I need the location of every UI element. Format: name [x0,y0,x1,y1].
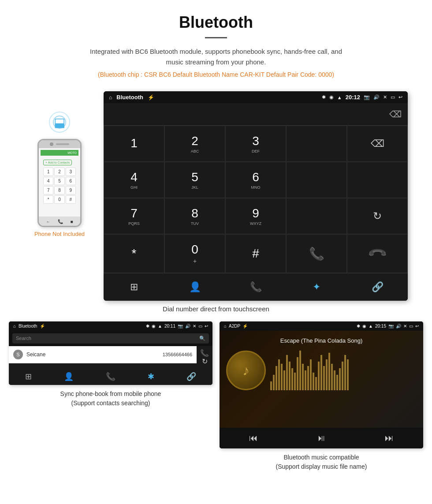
dial-reload[interactable]: ↻ [347,198,408,234]
key-4: 4 [43,177,53,185]
phonebook-caption: Sync phone-book from mobile phone (Suppo… [60,389,161,408]
pb-usb-icon: ⚡ [40,324,45,329]
layout-icon: ▭ [391,94,395,100]
pb-nav-user[interactable]: 👤 [64,372,74,381]
android-dial-screen: ⌂ Bluetooth ⚡ ✱ ◉ ▲ 20:12 📷 🔊 ✕ ▭ ↩ ⌫ [104,91,408,301]
ms-wifi-icon: ▲ [369,324,373,329]
pb-search-placeholder: Search [16,336,31,341]
pb-nav-grid[interactable]: ⊞ [25,372,32,381]
phone-not-included-label: Phone Not Included [34,231,85,237]
phone-top-bar [39,140,80,148]
pb-nav-phone[interactable]: 📞 [106,372,115,381]
ms-prev-icon[interactable]: ⏮ [249,433,258,443]
nav-link-icon[interactable]: 🔗 [347,278,408,296]
ms-vol-icon: 🔊 [396,324,401,329]
usb-icon: ⚡ [148,94,154,101]
nav-grid-icon[interactable]: ⊞ [104,278,164,296]
page-header: Bluetooth Integrated with BC6 Bluetooth … [0,0,432,91]
nav-bluetooth-icon[interactable]: ✦ [286,278,347,296]
pb-back-icon: ↩ [205,324,208,329]
dial-empty-3a [286,198,347,234]
title-divider [205,37,227,38]
bt-symbol-icon: ⬓ [54,115,65,130]
android-statusbar: ⌂ Bluetooth ⚡ ✱ ◉ ▲ 20:12 📷 🔊 ✕ ▭ ↩ [104,91,408,103]
dial-key-3[interactable]: 3DEF [225,126,286,162]
pb-caption-line2: (Support contacts searching) [71,399,150,407]
pb-statusbar-left: ⌂ Bluetooth ⚡ [13,324,45,329]
pb-bottom-nav: ⊞ 👤 📞 ✱ 🔗 [9,368,212,385]
ms-play-pause-icon[interactable]: ⏯ [317,433,326,443]
ms-statusbar: ⌂ A2DP ⚡ ✱ ◉ ▲ 20:15 📷 🔊 ✕ ▭ ↩ [220,321,423,331]
phonebook-screen: ⌂ Bluetooth ⚡ ✱ ◉ ▲ 20:11 📷 🔊 ✕ ▭ ↩ [9,321,212,385]
nav-contacts-icon[interactable]: 👤 [164,278,225,296]
backspace-btn[interactable]: ⌫ [389,109,402,119]
pb-x-icon: ✕ [193,324,196,329]
key-7: 7 [43,186,53,194]
pb-layout-icon: ▭ [198,324,202,329]
dial-key-star[interactable]: * [104,234,164,273]
pb-home-icon: ⌂ [13,324,16,329]
dial-call-red[interactable]: 📞 [347,234,408,273]
screen-title: Bluetooth [116,94,143,101]
dial-key-2[interactable]: 2ABC [164,126,225,162]
pb-title: Bluetooth [19,324,37,329]
close-icon: ✕ [383,94,387,100]
pb-contact-avatar: S [13,350,23,359]
key-8: 8 [54,186,64,194]
ms-bt-icon: ✱ [357,324,360,329]
phonebook-main: S Seicane 13566664466 📞 ↻ [9,346,212,368]
status-time: 20:12 [346,94,360,101]
wifi-signal-icon: ▲ [337,95,342,100]
pb-vol-icon: 🔊 [185,324,190,329]
key-2: 2 [54,168,64,176]
pb-contact-row[interactable]: S Seicane 13566664466 [9,346,197,363]
pb-search-icon[interactable]: 🔍 [199,336,205,341]
dial-backspace[interactable]: ⌫ [347,126,408,162]
dial-key-4[interactable]: 4GHI [104,162,164,198]
add-contacts-btn: + Add to Contacts [43,160,72,165]
bottom-screenshots: ⌂ Bluetooth ⚡ ✱ ◉ ▲ 20:11 📷 🔊 ✕ ▭ ↩ [0,321,432,471]
phone-screen-header: MOTO [41,150,78,156]
ms-time: 20:15 [375,324,386,329]
dial-key-8[interactable]: 8TUV [164,198,225,234]
phone-bottom: ← 📞 ■ [39,217,80,226]
phone-mockup-wrapper: ⬓ MOTO + Add to Contacts 1 2 3 4 5 6 [24,91,95,237]
nav-phone-icon[interactable]: 📞 [225,278,286,296]
dial-key-1[interactable]: 1 [104,126,164,162]
pb-bt-icon: ✱ [146,324,149,329]
pb-call-side-icon[interactable]: 📞 [200,349,209,357]
ms-content: Escape (The Pina Colada Song) ♪ [220,331,423,428]
pb-nav-link[interactable]: 🔗 [186,372,196,381]
key-0: 0 [54,195,64,204]
key-6: 6 [66,177,76,185]
dial-key-hash[interactable]: # [225,234,286,273]
music-block: ⌂ A2DP ⚡ ✱ ◉ ▲ 20:15 📷 🔊 ✕ ▭ ↩ Escape ( [220,321,423,471]
back-icon: ↩ [398,94,402,100]
phone-keypad: 1 2 3 4 5 6 7 8 9 * 0 # [42,167,77,205]
ms-music-note-icon: ♪ [242,362,250,379]
volume-icon: 🔊 [373,94,380,100]
pb-statusbar-right: ✱ ◉ ▲ 20:11 📷 🔊 ✕ ▭ ↩ [146,324,208,329]
bluetooth-status-icon: ✱ [322,94,326,100]
pb-content: S Seicane 13566664466 [9,346,197,368]
number-display-row: ⌫ [104,103,408,125]
ms-song-title: Escape (The Pina Colada Song) [280,337,362,344]
location-icon: ◉ [329,94,334,100]
pb-refresh-side-icon[interactable]: ↻ [202,357,208,366]
dial-call-green[interactable]: 📞 [286,234,347,273]
dial-empty-2a [286,162,347,198]
bt-wave-container: ⬓ [46,109,73,135]
ms-title: A2DP [229,324,240,329]
dial-key-7[interactable]: 7PQRS [104,198,164,234]
dial-key-5[interactable]: 5JKL [164,162,225,198]
music-screen: ⌂ A2DP ⚡ ✱ ◉ ▲ 20:15 📷 🔊 ✕ ▭ ↩ Escape ( [220,321,423,448]
ms-usb-icon: ⚡ [242,324,248,329]
camera-icon: 📷 [364,94,370,100]
dial-key-6[interactable]: 6MNO [225,162,286,198]
ms-next-icon[interactable]: ⏭ [385,433,394,443]
home-icon: ⌂ [109,94,112,101]
dial-key-9[interactable]: 9WXYZ [225,198,286,234]
statusbar-right: ✱ ◉ ▲ 20:12 📷 🔊 ✕ ▭ ↩ [322,94,402,101]
dial-key-0[interactable]: 0+ [164,234,225,273]
pb-nav-bt[interactable]: ✱ [148,372,154,381]
